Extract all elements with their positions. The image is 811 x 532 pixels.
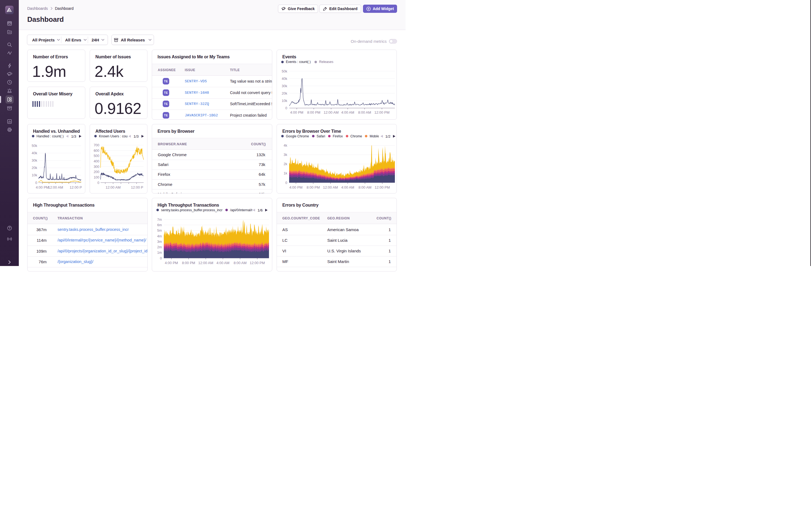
svg-text:0: 0 (35, 181, 37, 184)
svg-text:10k: 10k (32, 173, 37, 177)
svg-text:0: 0 (285, 181, 287, 184)
svg-text:30k: 30k (282, 84, 288, 88)
svg-text:100: 100 (94, 175, 100, 179)
svg-text:4:00 PM: 4:00 PM (289, 185, 303, 189)
svg-text:2m: 2m (157, 245, 162, 249)
svg-text:1k: 1k (284, 171, 288, 175)
svg-text:400: 400 (94, 159, 100, 163)
svg-text:700: 700 (94, 143, 100, 147)
svg-text:4:00 AM: 4:00 AM (216, 261, 229, 265)
svg-text:4:00 PM: 4:00 PM (165, 261, 178, 265)
svg-text:8:00 PM: 8:00 PM (307, 185, 320, 189)
svg-text:8:00 AM: 8:00 AM (358, 185, 371, 189)
svg-text:0: 0 (97, 181, 100, 184)
svg-text:12:00 PM: 12:00 PM (250, 261, 265, 265)
svg-text:5m: 5m (157, 229, 162, 232)
svg-text:600: 600 (94, 149, 100, 152)
svg-text:8:00 PM: 8:00 PM (182, 261, 195, 265)
svg-text:12:00 AM: 12:00 AM (323, 185, 338, 189)
svg-text:12:00 P: 12:00 P (70, 185, 82, 189)
svg-text:500: 500 (94, 154, 100, 158)
svg-text:8:00 PM: 8:00 PM (307, 110, 320, 115)
svg-text:4:00 AM: 4:00 AM (341, 110, 354, 115)
svg-text:200: 200 (94, 170, 100, 174)
svg-text:12:00 AM: 12:00 AM (106, 185, 121, 189)
svg-text:6m: 6m (157, 223, 162, 227)
svg-text:8:00 AM: 8:00 AM (358, 110, 371, 115)
svg-text:4m: 4m (157, 234, 162, 238)
svg-text:0: 0 (285, 106, 287, 110)
svg-text:12:00 AM: 12:00 AM (48, 185, 63, 189)
svg-text:300: 300 (94, 165, 100, 168)
svg-text:50k: 50k (282, 70, 288, 73)
svg-text:7m: 7m (157, 217, 162, 221)
svg-text:4:00 AM: 4:00 AM (341, 185, 354, 189)
svg-text:20k: 20k (32, 166, 37, 170)
svg-text:12:00 PM: 12:00 PM (375, 185, 390, 189)
svg-text:3k: 3k (284, 153, 288, 157)
svg-text:4:00 PM: 4:00 PM (290, 110, 303, 115)
svg-text:10k: 10k (282, 99, 288, 103)
svg-text:2k: 2k (284, 162, 288, 166)
svg-text:50k: 50k (32, 144, 37, 148)
svg-text:20k: 20k (282, 92, 288, 95)
svg-text:4k: 4k (284, 143, 288, 148)
svg-text:12:00 PM: 12:00 PM (374, 110, 390, 115)
svg-text:40k: 40k (32, 151, 37, 155)
svg-text:3m: 3m (157, 240, 162, 243)
svg-text:8:00 AM: 8:00 AM (233, 261, 247, 265)
svg-text:30k: 30k (32, 158, 37, 163)
svg-text:4:00 PM: 4:00 PM (36, 185, 49, 189)
svg-text:0: 0 (160, 256, 162, 260)
svg-text:12:00 P: 12:00 P (131, 185, 143, 189)
svg-text:1m: 1m (157, 251, 162, 255)
svg-text:40k: 40k (282, 77, 288, 81)
svg-text:12:00 AM: 12:00 AM (324, 110, 339, 115)
svg-text:12:00 AM: 12:00 AM (198, 261, 213, 265)
